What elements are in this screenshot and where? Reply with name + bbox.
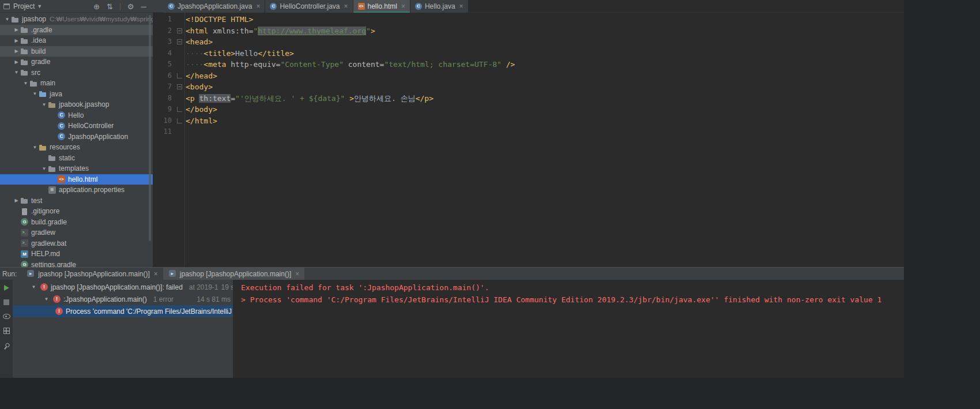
tree-expanded-arrow-icon[interactable]: ▼ [40,102,48,107]
sort-icon[interactable]: ⇅ [107,3,113,10]
tree-item-label: gradlew.bat [31,239,66,247]
fold-end-marker[interactable] [177,118,182,123]
run-label: Run: [0,270,21,278]
tree-item-templates[interactable]: ▼templates [0,163,153,174]
run-config-icon [168,270,177,277]
project-tree: ▼jpashopC:₩Users₩vivid₩mystudy₩spring_st… [0,14,153,267]
tree-item-idea[interactable]: ▶.idea [0,35,153,46]
console-error-line: > Process 'command 'C:/Program Files/Jet… [241,294,904,306]
tab-label: JpashopApplication.java [178,2,252,10]
tree-item-hello[interactable]: Hello [0,110,153,121]
tree-item-label: test [31,197,42,205]
tree-item-gradlew[interactable]: gradlew [0,227,153,238]
tree-collapsed-arrow-icon[interactable]: ▶ [13,59,20,65]
code-segment: "'안녕하세요. ' + ${data}" [235,94,345,103]
tree-item-application-properties[interactable]: application.properties [0,185,153,196]
editor-tab-hello-java[interactable]: Hello.java× [410,0,469,13]
tree-item-hellocontroller[interactable]: HelloController [0,121,153,132]
tab-close-icon[interactable]: × [344,2,348,10]
tree-item-gradle[interactable]: ▶.gradle [0,25,153,36]
fold-end-marker[interactable] [177,73,182,78]
editor-tab-bar: JpashopApplication.java×HelloController.… [163,0,904,13]
editor[interactable]: 1234567891011 −−− <!DOCTYPE HTML><html x… [153,13,904,267]
tree-item-help-md[interactable]: HELP.md [0,249,153,260]
run-tree-item-1[interactable]: ▼!jpashop [JpashopApplication.main()]: f… [13,281,233,293]
tree-expanded-arrow-icon[interactable]: ▼ [40,166,48,171]
navigate-icon[interactable]: ⊕ [93,3,100,10]
project-panel-scrollbar[interactable] [149,15,151,241]
tree-item-resources[interactable]: ▼resources [0,142,153,153]
tab-close-icon[interactable]: × [401,2,405,10]
package-icon [48,101,56,108]
tree-item-label: java [50,90,62,98]
tree-collapsed-arrow-icon[interactable]: ▶ [13,48,20,54]
tree-collapsed-arrow-icon[interactable]: ▶ [13,27,20,32]
tree-expanded-arrow-icon[interactable]: ▼ [31,145,39,150]
tree-item-hello-html[interactable]: hello.html [0,174,153,185]
tree-item-jpashop[interactable]: ▼jpashopC:₩Users₩vivid₩mystudy₩spring_st… [0,14,153,25]
run-tab-2[interactable]: jpashop [JpashopApplication.main()]× [163,268,304,280]
tree-item-build[interactable]: ▶build [0,46,153,57]
tree-item-label: jpabook.jpashop [59,100,109,108]
run-tree-item-2[interactable]: ▼!:JpashopApplication.main()1 error14 s … [13,293,233,305]
code-line: <!DOCTYPE HTML> [186,14,515,25]
tree-item-java[interactable]: ▼java [0,89,153,100]
fold-start-marker[interactable]: − [177,84,182,89]
tab-label: HelloController.java [280,2,340,10]
show-options-eye-button[interactable] [3,314,10,319]
tree-item-label: build.gradle [31,218,67,226]
code-segment: " [366,27,371,35]
tree-item-gitignore[interactable]: .gitignore [0,206,153,217]
folder-resources-icon [39,144,47,151]
tree-collapsed-arrow-icon[interactable]: ▶ [13,198,20,203]
fold-end-marker[interactable] [177,107,182,112]
settings-gear-icon[interactable]: ⚙ [127,3,134,10]
tree-item-label: gradle [31,58,50,66]
tree-item-main[interactable]: ▼main [0,78,153,89]
gradle-icon [20,261,29,267]
code-segment: ···· [186,49,203,58]
editor-tab-hellocontroller-java[interactable]: HelloController.java× [265,0,353,13]
tree-expanded-arrow-icon[interactable]: ▼ [30,284,37,290]
tree-item-test[interactable]: ▶test [0,196,153,207]
tree-item-gradle[interactable]: ▶gradle [0,57,153,67]
tree-item-static[interactable]: static [0,153,153,164]
editor-tab-jpashopapplication-java[interactable]: JpashopApplication.java× [163,0,265,13]
tree-item-settings-gradle[interactable]: settings.gradle [0,260,153,268]
rerun-button[interactable] [4,285,9,291]
fold-start-marker[interactable]: − [177,39,182,44]
tree-item-build-gradle[interactable]: build.gradle [0,217,153,228]
toolbar-divider [120,3,120,10]
run-console[interactable]: Execution failed for task ':JpashopAppli… [233,280,904,378]
tab-close-icon[interactable]: × [154,270,158,278]
tree-expanded-arrow-icon[interactable]: ▼ [31,91,39,96]
tree-item-src[interactable]: ▼src [0,67,153,78]
tree-item-gradlew-bat[interactable]: gradlew.bat [0,238,153,249]
project-view-selector[interactable]: Project [13,2,35,10]
tab-close-icon[interactable]: × [256,2,260,10]
stop-button[interactable] [3,299,9,305]
folder-icon [20,58,29,66]
minimize-icon[interactable]: ─ [141,3,146,10]
tree-expanded-arrow-icon[interactable]: ▼ [22,81,29,86]
restore-layout-button[interactable] [3,328,10,334]
tree-item-jpashopapplication[interactable]: JpashopApplication [0,132,153,142]
folder-icon [20,197,29,204]
tree-collapsed-arrow-icon[interactable]: ▶ [13,38,20,43]
code-segment: xmlns:th [213,27,249,35]
tree-expanded-arrow-icon[interactable]: ▼ [3,17,11,22]
tree-item-jpabook-jpashop[interactable]: ▼jpabook.jpashop [0,99,153,110]
tree-item-label: jpashop [22,15,46,23]
editor-tab-hello-html[interactable]: hello.html× [353,0,410,13]
tab-close-icon[interactable]: × [295,270,299,278]
run-tree-item-3[interactable]: !Process 'command 'C:/Program Files/JetB… [13,305,233,317]
tab-close-icon[interactable]: × [459,2,463,10]
editor-code[interactable]: <!DOCTYPE HTML><html xmlns:th="http://ww… [186,14,515,138]
run-tab-1[interactable]: jpashop [JpashopApplication.main()]× [21,268,163,280]
fold-start-marker[interactable]: − [177,28,182,33]
code-line: <body> [186,81,515,93]
tree-expanded-arrow-icon[interactable]: ▼ [43,297,50,302]
class-icon [57,133,66,140]
tree-expanded-arrow-icon[interactable]: ▼ [13,70,20,75]
pin-tab-button[interactable] [2,342,12,351]
